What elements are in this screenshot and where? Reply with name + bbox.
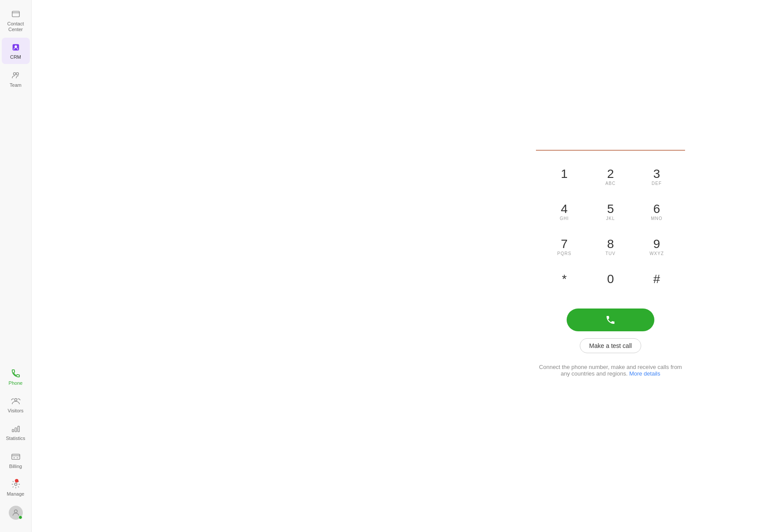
- svg-point-3: [13, 72, 16, 75]
- svg-point-10: [14, 483, 17, 486]
- dial-key-7[interactable]: 7PQRS: [549, 231, 580, 263]
- dial-key-3-letters: DEF: [652, 181, 662, 186]
- dial-key-4-letters: GHI: [560, 216, 569, 221]
- user-avatar-button[interactable]: [2, 502, 30, 523]
- dial-key-1[interactable]: 1: [549, 161, 580, 193]
- svg-rect-7: [15, 428, 17, 432]
- dial-key-8-num: 8: [607, 238, 614, 250]
- sidebar: Contact Center CRM Team: [0, 0, 32, 532]
- dial-key-0[interactable]: 0: [595, 266, 626, 298]
- dial-key-#-num: #: [653, 273, 660, 285]
- call-button[interactable]: [567, 309, 654, 331]
- dial-key-9-letters: WXYZ: [650, 251, 664, 256]
- manage-icon: [10, 478, 22, 490]
- phone-number-input[interactable]: [536, 131, 685, 151]
- sidebar-item-statistics-label: Statistics: [6, 436, 25, 441]
- dial-key-*[interactable]: *: [549, 266, 580, 298]
- contact-center-icon: [10, 8, 22, 20]
- main-content: 12ABC3DEF4GHI5JKL6MNO7PQRS8TUV9WXYZ*0# M…: [32, 0, 764, 532]
- dialpad-grid: 12ABC3DEF4GHI5JKL6MNO7PQRS8TUV9WXYZ*0#: [545, 161, 676, 298]
- more-details-label: More details: [629, 370, 660, 377]
- avatar: [9, 506, 23, 520]
- sidebar-item-visitors[interactable]: Visitors: [2, 391, 30, 417]
- dial-key-9[interactable]: 9WXYZ: [641, 231, 672, 263]
- dial-key-*-num: *: [562, 273, 567, 285]
- dial-key-6[interactable]: 6MNO: [641, 196, 672, 228]
- sidebar-item-billing-label: Billing: [9, 464, 22, 469]
- dial-key-5[interactable]: 5JKL: [595, 196, 626, 228]
- dial-key-4-num: 4: [561, 203, 568, 215]
- crm-icon: [10, 41, 22, 53]
- sidebar-item-phone[interactable]: Phone: [2, 364, 30, 390]
- svg-rect-9: [11, 454, 19, 459]
- team-icon: [10, 69, 22, 82]
- dial-key-6-num: 6: [653, 203, 660, 215]
- svg-point-11: [14, 510, 17, 513]
- info-text: Connect the phone number, make and recei…: [536, 364, 685, 377]
- phone-handset-icon: [605, 315, 616, 325]
- sidebar-item-team[interactable]: Team: [2, 66, 30, 92]
- svg-rect-0: [12, 11, 19, 17]
- sidebar-item-phone-label: Phone: [9, 380, 23, 386]
- phone-icon: [10, 367, 22, 379]
- dial-key-9-num: 9: [653, 238, 660, 250]
- sidebar-item-manage[interactable]: Manage: [2, 475, 30, 500]
- test-call-button[interactable]: Make a test call: [580, 338, 641, 353]
- dial-key-1-num: 1: [561, 168, 568, 180]
- sidebar-item-billing[interactable]: Billing: [2, 447, 30, 473]
- dial-key-7-num: 7: [561, 238, 568, 250]
- sidebar-item-contact-center[interactable]: Contact Center: [2, 4, 30, 36]
- sidebar-bottom: [2, 502, 30, 532]
- sidebar-item-crm[interactable]: CRM: [2, 38, 30, 64]
- manage-notification-dot: [15, 479, 18, 482]
- more-details-link[interactable]: More details: [629, 370, 660, 377]
- sidebar-item-crm-label: CRM: [10, 54, 21, 60]
- dial-key-5-num: 5: [607, 203, 614, 215]
- sidebar-item-contact-center-label: Contact Center: [4, 21, 28, 32]
- visitors-icon: [10, 395, 22, 407]
- svg-point-4: [16, 72, 18, 75]
- dial-key-6-letters: MNO: [651, 216, 662, 221]
- info-text-content: Connect the phone number, make and recei…: [539, 364, 682, 377]
- dial-key-4[interactable]: 4GHI: [549, 196, 580, 228]
- svg-point-5: [14, 399, 17, 401]
- statistics-icon: [10, 422, 22, 435]
- sidebar-item-visitors-label: Visitors: [8, 408, 24, 414]
- dial-key-8-letters: TUV: [605, 251, 615, 256]
- dial-key-2[interactable]: 2ABC: [595, 161, 626, 193]
- dial-key-3[interactable]: 3DEF: [641, 161, 672, 193]
- dialpad: 12ABC3DEF4GHI5JKL6MNO7PQRS8TUV9WXYZ*0# M…: [536, 131, 685, 377]
- sidebar-item-team-label: Team: [10, 82, 21, 88]
- dial-key-7-letters: PQRS: [557, 251, 571, 256]
- svg-rect-6: [12, 429, 14, 432]
- test-call-label: Make a test call: [589, 342, 632, 349]
- dial-key-8[interactable]: 8TUV: [595, 231, 626, 263]
- dial-key-3-num: 3: [653, 168, 660, 180]
- billing-icon: [10, 450, 22, 463]
- sidebar-item-manage-label: Manage: [7, 491, 25, 497]
- svg-rect-8: [18, 426, 19, 432]
- sidebar-item-statistics[interactable]: Statistics: [2, 419, 30, 445]
- dial-key-2-num: 2: [607, 168, 614, 180]
- user-online-indicator: [18, 515, 22, 519]
- dial-key-2-letters: ABC: [605, 181, 616, 186]
- dial-key-5-letters: JKL: [606, 216, 615, 221]
- dial-key-#[interactable]: #: [641, 266, 672, 298]
- svg-point-2: [14, 46, 17, 48]
- dial-key-0-num: 0: [607, 273, 614, 285]
